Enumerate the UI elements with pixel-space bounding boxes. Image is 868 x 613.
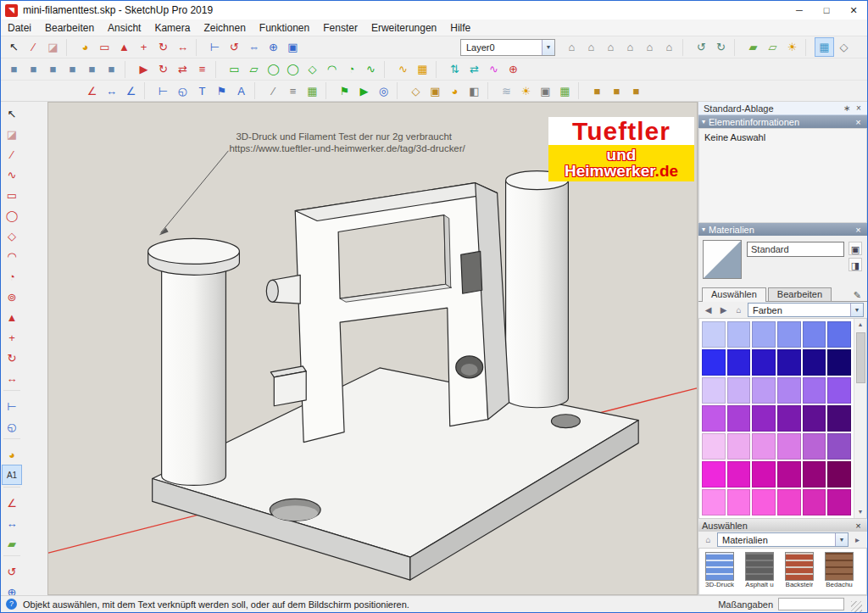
component-icon[interactable]: ◇ (406, 81, 426, 101)
tape-icon[interactable]: ⊢ (153, 81, 173, 101)
color-swatch-7[interactable] (727, 349, 751, 376)
left-cylinder[interactable] (148, 238, 240, 485)
shadow-settings-icon[interactable]: ☀ (516, 81, 536, 101)
help-icon[interactable]: ? (6, 599, 17, 610)
text-icon[interactable]: T (192, 81, 212, 101)
next-view-icon[interactable]: ↻ (711, 37, 731, 57)
color-swatch-11[interactable] (827, 349, 851, 376)
zoom-extents-icon[interactable]: ▣ (283, 37, 303, 57)
create-material-icon[interactable]: ◨ (849, 258, 862, 271)
angular-dim-icon[interactable]: ∠ (121, 81, 141, 101)
color-swatch-22[interactable] (803, 405, 826, 432)
color-swatch-31[interactable] (727, 461, 751, 488)
line-tool[interactable]: ∕ (2, 144, 22, 164)
dimension-icon[interactable]: ↔ (102, 81, 121, 101)
select-pane-close-icon[interactable]: × (853, 521, 864, 531)
play-icon[interactable]: ▶ (354, 81, 374, 101)
array-icon[interactable]: ≡ (192, 59, 212, 79)
materials-close-icon[interactable]: × (853, 225, 864, 235)
orbit-tool[interactable]: ↺ (2, 561, 22, 582)
zoom-icon[interactable]: ⊕ (264, 37, 283, 57)
construction-line-icon[interactable]: ∕ (264, 81, 283, 101)
color-swatch-24[interactable] (702, 433, 726, 460)
paint-bucket-tool[interactable]: ◕ (2, 444, 22, 465)
color-swatch-14[interactable] (752, 377, 776, 404)
color-swatch-30[interactable] (702, 461, 726, 488)
push-pull-icon[interactable]: ▲ (114, 37, 134, 57)
color-swatch-12[interactable] (702, 377, 726, 404)
close-button[interactable]: ✕ (840, 1, 867, 20)
import-icon[interactable]: ⇅ (445, 59, 465, 79)
move-icon[interactable]: + (134, 37, 153, 57)
pie-tool[interactable]: ◔ (2, 266, 22, 287)
dimension-tool[interactable]: ↔ (2, 513, 22, 533)
color-swatch-27[interactable] (777, 433, 801, 460)
cube-c-icon[interactable]: ■ (626, 81, 646, 101)
color-swatch-32[interactable] (752, 461, 776, 488)
scale-icon[interactable]: ↔ (173, 37, 192, 57)
tab-auswaehlen[interactable]: Auswählen (702, 287, 766, 302)
solid-intersect-icon[interactable]: ■ (63, 59, 82, 79)
color-swatch-5[interactable] (827, 321, 851, 348)
text-tool[interactable]: A1 (2, 465, 22, 485)
right-cylinder[interactable] (506, 171, 569, 408)
shape-freehand-icon[interactable]: ∿ (361, 59, 381, 79)
color-swatch-33[interactable] (777, 461, 801, 488)
resize-grip[interactable] (851, 601, 862, 612)
menu-fenster[interactable]: Fenster (316, 20, 364, 36)
home-icon[interactable]: ⌂ (702, 533, 715, 546)
section-plane-tool[interactable]: ▰ (2, 533, 22, 554)
home-icon[interactable]: ⌂ (732, 304, 745, 316)
color-swatch-34[interactable] (803, 461, 826, 488)
rotate-copy-icon[interactable]: ↻ (153, 59, 173, 79)
rotate-tool[interactable]: ↻ (2, 348, 22, 368)
tape-measure-tool[interactable]: ⊢ (2, 396, 22, 416)
sample-paint-icon[interactable]: ✎ (851, 290, 864, 301)
move-copy-icon[interactable]: ▶ (134, 59, 153, 79)
solid-split-icon[interactable]: ■ (82, 59, 102, 79)
view-front-icon[interactable]: ⌂ (601, 37, 620, 57)
orbit-icon[interactable]: ↺ (225, 37, 244, 57)
match-photo-icon[interactable]: ▣ (536, 81, 555, 101)
axes-icon[interactable]: ∠ (82, 81, 102, 101)
globe-icon[interactable]: ◎ (374, 81, 393, 101)
color-swatch-13[interactable] (727, 377, 751, 404)
color-swatch-26[interactable] (752, 433, 776, 460)
line-icon[interactable]: ∕ (24, 37, 43, 57)
unfold-icon[interactable]: ▦ (555, 81, 575, 101)
circle-tool[interactable]: ◯ (2, 205, 22, 226)
outer-shell-icon[interactable]: ■ (102, 59, 121, 79)
color-swatch-15[interactable] (777, 377, 801, 404)
color-swatch-25[interactable] (727, 433, 751, 460)
measurements-input[interactable] (778, 598, 844, 610)
section-plane-icon[interactable]: ▰ (743, 37, 763, 57)
fog-icon[interactable]: ≋ (497, 81, 516, 101)
view-right-icon[interactable]: ⌂ (620, 37, 640, 57)
rectangle-icon[interactable]: ▭ (95, 37, 114, 57)
color-swatch-20[interactable] (752, 405, 776, 432)
menu-hilfe[interactable]: Hilfe (443, 20, 477, 36)
color-swatch-38[interactable] (752, 489, 776, 515)
shape-polygon-icon[interactable]: ◇ (303, 59, 322, 79)
previous-view-icon[interactable]: ↺ (692, 37, 711, 57)
element-info-header[interactable]: ▾ Elementinformationen × (698, 115, 867, 128)
polygon-tool[interactable]: ◇ (2, 226, 22, 246)
menu-kamera[interactable]: Kamera (147, 20, 197, 36)
styles-icon[interactable]: ◧ (465, 81, 484, 101)
view-left-icon[interactable]: ⌂ (659, 37, 679, 57)
letter-peg-top[interactable] (266, 275, 300, 304)
color-swatch-1[interactable] (727, 321, 751, 348)
color-by-layer-icon[interactable]: ▦ (303, 81, 322, 101)
menu-bearbeiten[interactable]: Bearbeiten (38, 20, 101, 36)
element-info-close-icon[interactable]: × (853, 117, 864, 127)
view-back-icon[interactable]: ⌂ (640, 37, 659, 57)
color-swatch-39[interactable] (777, 489, 801, 515)
maximize-button[interactable]: □ (813, 1, 840, 20)
letter-peg-bottom[interactable] (270, 366, 306, 406)
color-swatch-21[interactable] (777, 405, 801, 432)
layers-icon[interactable]: ≡ (283, 81, 303, 101)
material-thumb-asphalt-u[interactable]: Asphalt u (742, 552, 777, 591)
protractor-tool[interactable]: ◵ (2, 416, 22, 437)
menu-datei[interactable]: Datei (1, 20, 38, 36)
shape-rotated-rect-icon[interactable]: ▱ (244, 59, 264, 79)
